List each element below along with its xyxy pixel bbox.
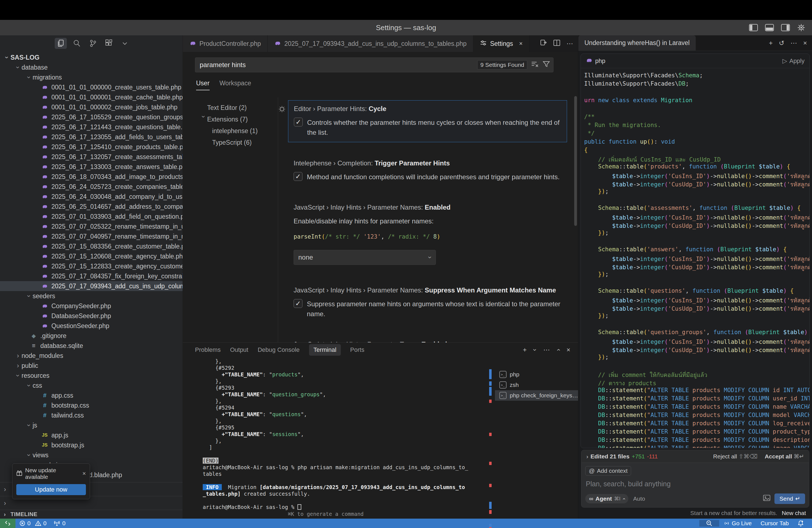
chat-composer[interactable]: @ Add context Plan, search, build anythi… (581, 463, 809, 508)
tab-user[interactable]: User (196, 79, 209, 90)
checkbox[interactable]: ✓ (294, 172, 302, 181)
more-actions-icon[interactable]: ⋯ (566, 40, 573, 47)
tree-item[interactable]: 2025_06_24_025723_create_companies_table… (0, 182, 183, 192)
tree-item[interactable]: 0001_01_01_000000_create_users_table.php (0, 82, 183, 92)
settings-search-input[interactable]: parameter hints (200, 61, 477, 69)
tree-item[interactable]: #app.css (0, 391, 183, 400)
tree-item[interactable]: 2025_07_07_025322_rename_timestamp_in_us… (0, 221, 183, 231)
tree-item[interactable]: DatabaseSeeder.php (0, 311, 183, 321)
tree-item[interactable]: ›node_modules (0, 351, 183, 361)
tree-item[interactable]: JSbootstrap.js (0, 440, 183, 450)
tree-item[interactable]: 2025_07_17_093943_add_cus_ins_udp_column… (0, 281, 183, 291)
toc-intelephense[interactable]: intelephense (1) (195, 125, 278, 137)
tree-item[interactable]: 0001_01_01_000001_create_cache_table.php (0, 92, 183, 102)
notifications-bell-icon[interactable] (793, 520, 808, 527)
chat-input-placeholder[interactable]: Plan, search, build anything (586, 480, 805, 488)
tree-item[interactable]: QuestionSeeder.php (0, 321, 183, 331)
tree-item[interactable]: ›seeders (0, 291, 183, 301)
tree-item[interactable]: 2025_06_17_105529_create_question_groups… (0, 112, 183, 122)
setting-trigger-parameter-hints[interactable]: Intelephense › Completion: Trigger Param… (288, 155, 567, 186)
tree-item[interactable]: JSapp.js (0, 430, 183, 440)
tree-item[interactable]: 2025_07_15_122833_create_agency_customer… (0, 261, 183, 271)
toggle-panel-icon[interactable] (765, 24, 774, 31)
setting-suppress-when-argument-matches[interactable]: JavaScript › Inlay Hints › Parameter Nam… (288, 282, 567, 323)
scrollbar[interactable] (574, 96, 577, 226)
tree-item[interactable]: 2025_07_01_033903_add_field_on_question.… (0, 211, 183, 221)
go-live-button[interactable]: Go Live (719, 520, 756, 527)
model-selector[interactable]: Auto (633, 495, 645, 502)
titlebar[interactable]: Settings — sas-log (0, 20, 812, 35)
close-icon[interactable]: × (82, 470, 86, 477)
tree-item[interactable]: 2025_06_25_014657_add_address_to_compani… (0, 202, 183, 211)
cursor-tab-status[interactable]: Cursor Tab (756, 520, 793, 527)
tree-item[interactable]: ›migrations (0, 72, 183, 82)
settings-gear-icon[interactable] (797, 24, 806, 32)
tab-terminal[interactable]: Terminal (309, 344, 341, 356)
new-chat-button[interactable]: New chat (782, 510, 806, 516)
tree-item[interactable]: 2025_06_17_125410_create_products_table.… (0, 142, 183, 152)
zoom-indicator[interactable] (699, 520, 719, 527)
maximize-panel-icon[interactable]: › (554, 349, 562, 351)
clear-filter-icon[interactable] (531, 61, 539, 69)
history-icon[interactable]: ↺ (779, 39, 784, 47)
remote-indicator[interactable] (0, 518, 15, 528)
more-actions-icon[interactable]: ⋯ (791, 39, 797, 47)
more-actions-icon[interactable]: ⋯ (543, 346, 550, 354)
toggle-secondary-sidebar-icon[interactable] (781, 24, 790, 31)
timeline-section[interactable]: › TIMELINE (0, 510, 183, 518)
tab-output[interactable]: Output (230, 346, 248, 353)
tree-item[interactable]: 2025_07_07_040957_rename_timestamp_in_mu… (0, 231, 183, 241)
explorer-icon[interactable] (55, 38, 67, 49)
tree-root[interactable]: › SAS-LOG (0, 53, 183, 62)
add-context-button[interactable]: @ Add context (585, 466, 631, 475)
tree-item[interactable]: ›resources (0, 371, 183, 381)
tree-item[interactable]: 2025_07_17_084357_fix_foreign_key_constr… (0, 271, 183, 281)
setting-inlay-param-names-enabled[interactable]: JavaScript › Inlay Hints › Parameter Nam… (288, 199, 567, 269)
setting-dropdown[interactable]: none › (294, 250, 436, 265)
checkbox[interactable]: ✓ (294, 118, 303, 127)
tree-item[interactable]: 2025_07_15_120608_create_agency_table.ph… (0, 251, 183, 261)
new-chat-icon[interactable]: + (769, 39, 773, 47)
toggle-sidebar-icon[interactable] (749, 24, 758, 31)
tab-debug-console[interactable]: Debug Console (258, 346, 300, 353)
tree-item[interactable]: ›css (0, 381, 183, 391)
chat-tab[interactable]: Understanding whereHas() in Laravel (578, 35, 696, 50)
tab-ports[interactable]: Ports (350, 346, 364, 353)
gear-icon[interactable] (278, 105, 286, 114)
tree-item[interactable]: #bootstrap.css (0, 400, 183, 410)
close-icon[interactable]: × (519, 40, 523, 47)
terminal-session-item[interactable]: >_php (495, 369, 578, 380)
tab-workspace[interactable]: Workspace (220, 79, 251, 90)
tree-item[interactable]: 0001_01_01_000002_create_jobs_table.php (0, 102, 183, 112)
tab-problems[interactable]: Problems (195, 346, 221, 353)
split-editor-icon[interactable] (553, 39, 561, 48)
filter-icon[interactable] (543, 61, 550, 69)
tree-item[interactable]: ◆.gitignore (0, 331, 183, 341)
tree-item[interactable]: 2025_07_15_083356_create_customer_table.… (0, 241, 183, 251)
checkbox[interactable]: ✓ (294, 299, 302, 308)
settings-search[interactable]: parameter hints 9 Settings Found (195, 57, 553, 72)
tab-migration-file[interactable]: 2025_07_17_093943_add_cus_ins_udp_column… (267, 35, 474, 52)
chevron-down-icon[interactable]: › (531, 349, 539, 351)
tree-item[interactable]: 2025_06_17_133003_create_answers_table.p… (0, 162, 183, 172)
terminal-session-item[interactable]: >_zsh (495, 380, 578, 390)
tree-item[interactable]: ›database (0, 62, 183, 72)
tree-item[interactable]: #tailwind.css (0, 410, 183, 420)
tree-item[interactable]: 2025_06_17_123055_add_fields_to_users_ta… (0, 132, 183, 142)
update-now-button[interactable]: Update now (16, 484, 86, 495)
tree-item[interactable]: ›views (0, 450, 183, 460)
tree-item[interactable]: 2025_06_24_030048_add_company_id_to_user… (0, 192, 183, 202)
source-control-icon[interactable] (87, 38, 99, 49)
search-icon[interactable] (71, 38, 83, 49)
chat-messages[interactable]: php ▷Apply Illuminate\Support\Facades\Sc… (578, 51, 812, 448)
attach-image-icon[interactable] (763, 495, 771, 503)
open-preview-icon[interactable] (540, 39, 547, 48)
tree-item[interactable]: ≡database.sqlite (0, 341, 183, 351)
tree-item[interactable]: ›js (0, 420, 183, 430)
edited-files-bar[interactable]: › Edited 21 files +751 -111 Reject all⇧⌘… (581, 450, 809, 463)
tree-item[interactable]: ›public (0, 361, 183, 371)
extensions-icon[interactable] (103, 38, 115, 49)
terminal-session-item[interactable]: >_php check_foreign_keys… (495, 390, 578, 401)
close-icon[interactable]: × (803, 39, 807, 47)
tree-item[interactable]: 2025_06_18_070343_add_image_to_products_… (0, 172, 183, 182)
